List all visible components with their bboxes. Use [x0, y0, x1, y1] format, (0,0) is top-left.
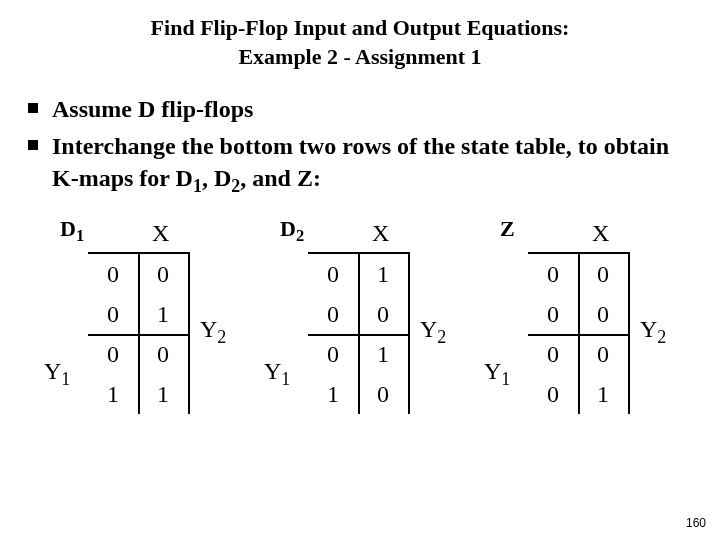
kmap-grid: 01000110 — [308, 252, 410, 414]
y1-label: Y1 — [44, 358, 70, 390]
kmap-cell: 0 — [138, 334, 188, 374]
title-line1: Find Flip-Flop Input and Output Equation… — [151, 15, 570, 40]
x-label: X — [372, 220, 389, 247]
y2-label: Y2 — [200, 316, 226, 348]
kmap-label: D1 — [60, 216, 84, 246]
y2-label: Y2 — [640, 316, 666, 348]
kmap-cell: 1 — [308, 374, 358, 414]
bullet-list: Assume D flip-flops Interchange the bott… — [28, 93, 720, 198]
kmap-cell: 0 — [528, 254, 578, 294]
x-label: X — [592, 220, 609, 247]
kmap-cell: 0 — [578, 334, 628, 374]
sub-1: 1 — [193, 176, 202, 196]
sub-2: 2 — [231, 176, 240, 196]
kmap-grid: 00000001 — [528, 252, 630, 414]
y2-label: Y2 — [420, 316, 446, 348]
kmap-cell: 1 — [138, 374, 188, 414]
bullet-text: Interchange the bottom two rows of the s… — [52, 130, 692, 198]
bullet-text-main: Interchange the bottom two rows of the s… — [52, 133, 669, 191]
page-number: 160 — [686, 516, 706, 530]
bullet-text: Assume D flip-flops — [52, 93, 253, 125]
kmap-cell: 1 — [138, 294, 188, 334]
kmap-cell: 0 — [308, 334, 358, 374]
kmap-cell: 0 — [528, 334, 578, 374]
bullet-item: Assume D flip-flops — [28, 93, 720, 125]
x-label: X — [152, 220, 169, 247]
bullet-item: Interchange the bottom two rows of the s… — [28, 130, 720, 198]
kmap-cell: 0 — [308, 254, 358, 294]
title-line2: Example 2 - Assignment 1 — [238, 44, 481, 69]
kmap-cell: 0 — [578, 254, 628, 294]
kmap-cell: 1 — [358, 334, 408, 374]
kmap-cell: 0 — [308, 294, 358, 334]
bullet-icon — [28, 103, 38, 113]
y1-label: Y1 — [264, 358, 290, 390]
y1-label: Y1 — [484, 358, 510, 390]
kmap-cell: 0 — [138, 254, 188, 294]
kmap-label: D2 — [280, 216, 304, 246]
kmap-cell: 1 — [358, 254, 408, 294]
kmap-cell: 0 — [528, 294, 578, 334]
kmap-cell: 0 — [358, 294, 408, 334]
kmap-cell: 1 — [88, 374, 138, 414]
kmap-cell: 0 — [528, 374, 578, 414]
kmap-cell: 1 — [578, 374, 628, 414]
kmap-cell: 0 — [358, 374, 408, 414]
kmap-grid: 00010011 — [88, 252, 190, 414]
d-label: D — [214, 165, 231, 191]
kmap-cell: 0 — [88, 254, 138, 294]
bullet-icon — [28, 140, 38, 150]
kmap-cell: 0 — [88, 294, 138, 334]
kmap-label: Z — [500, 216, 515, 242]
kmap-cell: 0 — [578, 294, 628, 334]
slide-title: Find Flip-Flop Input and Output Equation… — [0, 0, 720, 71]
bullet-tail: , and Z: — [240, 165, 321, 191]
kmap-cell: 0 — [88, 334, 138, 374]
